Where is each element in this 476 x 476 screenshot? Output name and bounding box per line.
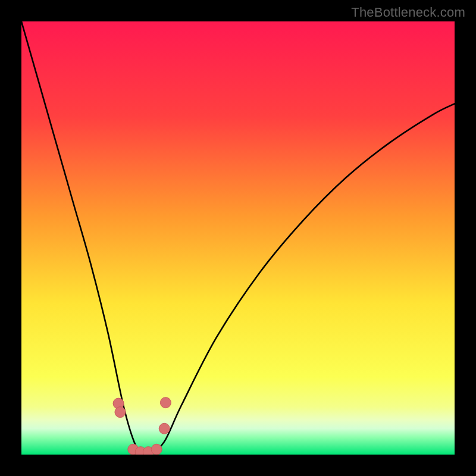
- curve-marker: [151, 444, 162, 455]
- chart-frame: TheBottleneck.com: [0, 0, 476, 476]
- curve-marker: [115, 407, 126, 418]
- watermark-text: TheBottleneck.com: [351, 5, 465, 20]
- plot-area: [21, 21, 455, 455]
- curve-marker: [159, 423, 170, 434]
- gradient-background: [21, 21, 455, 455]
- chart-svg: [21, 21, 455, 455]
- curve-marker: [160, 397, 171, 408]
